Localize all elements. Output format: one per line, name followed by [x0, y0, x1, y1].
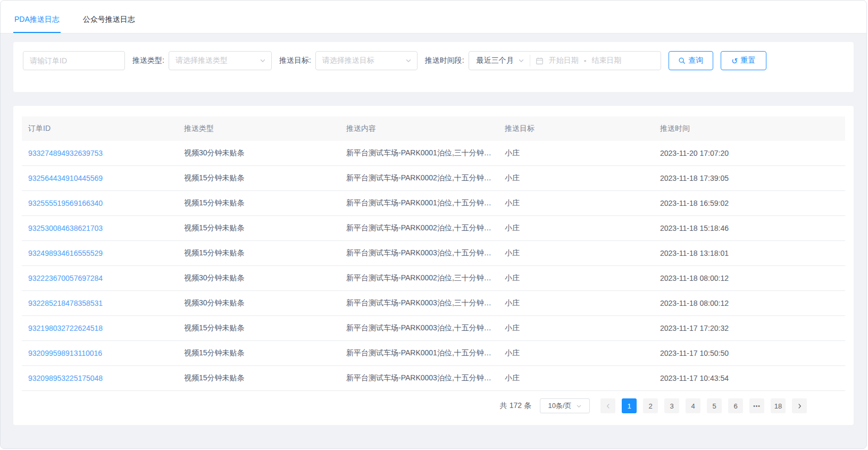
table-row: 932223670057697284视频30分钟未贴条新平台测试车场-PARK0… — [22, 266, 845, 291]
page-button-1[interactable]: 1 — [622, 398, 637, 413]
time-range-control: 最近三个月 开始日期 - 结束日期 — [469, 51, 661, 70]
order-id-link[interactable]: 932285218478358531 — [28, 299, 103, 307]
page-button-5[interactable]: 5 — [707, 398, 722, 413]
time-preset-select[interactable]: 最近三个月 — [477, 56, 524, 65]
tab-bar: PDA推送日志 公众号推送日志 — [1, 1, 866, 34]
order-id-link[interactable]: 932530084638621703 — [28, 224, 103, 232]
pager-pages: 123456•••18 — [622, 398, 786, 413]
push-type-cell: 视频30分钟未贴条 — [178, 291, 340, 316]
tab-wechat-push-log[interactable]: 公众号推送日志 — [82, 15, 136, 33]
col-push-time: 推送时间 — [654, 116, 845, 141]
order-id-cell: 932498934616555529 — [22, 241, 178, 266]
chevron-right-icon — [797, 403, 803, 409]
order-id-link[interactable]: 932555519569166340 — [28, 199, 103, 207]
push-type-cell: 视频15分钟未贴条 — [178, 216, 340, 241]
push-log-table-panel: 订单ID 推送类型 推送内容 推送目标 推送时间 933274894932639… — [13, 106, 854, 425]
push-time-cell: 2023-11-18 16:59:02 — [654, 191, 845, 216]
prev-page-button[interactable] — [600, 398, 615, 413]
table-row: 932285218478358531视频30分钟未贴条新平台测试车场-PARK0… — [22, 291, 845, 316]
chevron-down-icon — [260, 57, 266, 64]
order-id-cell: 933274894932639753 — [22, 141, 178, 166]
page-button-2[interactable]: 2 — [643, 398, 658, 413]
order-id-cell: 932098953225175048 — [22, 366, 178, 391]
push-type-cell: 视频15分钟未贴条 — [178, 166, 340, 191]
push-time-cell: 2023-11-18 08:00:12 — [654, 266, 845, 291]
table-body: 933274894932639753视频30分钟未贴条新平台测试车场-PARK0… — [22, 141, 845, 391]
table-row: 932099598913110016视频15分钟未贴条新平台测试车场-PARK0… — [22, 341, 845, 366]
push-target-cell: 小庄 — [498, 291, 654, 316]
push-time-cell: 2023-11-17 17:20:32 — [654, 316, 845, 341]
col-order-id: 订单ID — [22, 116, 178, 141]
push-time-cell: 2023-11-18 13:18:01 — [654, 241, 845, 266]
page-button-3[interactable]: 3 — [664, 398, 679, 413]
push-target-cell: 小庄 — [498, 366, 654, 391]
order-id-link[interactable]: 932198032722624518 — [28, 324, 103, 332]
push-content-cell: 新平台测试车场-PARK0003泊位,十五分钟未... — [340, 366, 498, 391]
page-button-18[interactable]: 18 — [771, 398, 786, 413]
push-content-cell: 新平台测试车场-PARK0002泊位,三十分钟未... — [340, 266, 498, 291]
push-content-cell: 新平台测试车场-PARK0002泊位,十五分钟未... — [340, 166, 498, 191]
tab-pda-push-log[interactable]: PDA推送日志 — [13, 15, 61, 33]
page-buttons: 123456•••18 — [600, 398, 807, 413]
push-target-placeholder: 请选择推送目标 — [322, 56, 374, 65]
push-target-cell: 小庄 — [498, 241, 654, 266]
page-size-select[interactable]: 10条/页 — [540, 398, 590, 413]
order-id-link[interactable]: 932564434910445569 — [28, 174, 103, 182]
push-target-label: 推送目标: — [279, 56, 311, 65]
pager-ellipsis-button[interactable]: ••• — [749, 398, 764, 413]
page-button-4[interactable]: 4 — [686, 398, 700, 413]
push-type-cell: 视频30分钟未贴条 — [178, 141, 340, 166]
order-id-input[interactable] — [23, 51, 125, 70]
table-row: 932198032722624518视频15分钟未贴条新平台测试车场-PARK0… — [22, 316, 845, 341]
search-icon — [678, 57, 686, 64]
order-id-link[interactable]: 932099598913110016 — [28, 349, 102, 357]
push-type-cell: 视频15分钟未贴条 — [178, 316, 340, 341]
push-content-cell: 新平台测试车场-PARK0002泊位,十五分钟未... — [340, 216, 498, 241]
push-type-cell: 视频15分钟未贴条 — [178, 241, 340, 266]
push-target-cell: 小庄 — [498, 316, 654, 341]
push-type-select[interactable]: 请选择推送类型 — [169, 51, 272, 70]
order-id-link[interactable]: 932098953225175048 — [28, 374, 103, 382]
next-page-button[interactable] — [792, 398, 807, 413]
push-target-cell: 小庄 — [498, 216, 654, 241]
push-target-cell: 小庄 — [498, 141, 654, 166]
push-type-cell: 视频15分钟未贴条 — [178, 341, 340, 366]
push-type-placeholder: 请选择推送类型 — [176, 56, 228, 65]
table-row: 932564434910445569视频15分钟未贴条新平台测试车场-PARK0… — [22, 166, 845, 191]
push-target-select[interactable]: 请选择推送目标 — [315, 51, 418, 70]
push-log-table: 订单ID 推送类型 推送内容 推送目标 推送时间 933274894932639… — [22, 116, 845, 391]
push-time-cell: 2023-11-18 08:00:12 — [654, 291, 845, 316]
reset-button-label: 重置 — [740, 56, 755, 65]
push-target-cell: 小庄 — [498, 266, 654, 291]
chevron-down-icon — [405, 57, 412, 64]
order-id-cell: 932099598913110016 — [22, 341, 178, 366]
chevron-left-icon — [605, 403, 611, 409]
start-date-input[interactable]: 开始日期 — [549, 56, 579, 65]
app-frame: PDA推送日志 公众号推送日志 推送类型: 请选择推送类型 推送目标: 请选择推… — [0, 0, 867, 449]
chevron-down-icon — [518, 57, 524, 64]
chevron-down-icon — [576, 403, 582, 409]
page-button-6[interactable]: 6 — [728, 398, 743, 413]
end-date-input[interactable]: 结束日期 — [591, 56, 621, 65]
order-id-link[interactable]: 933274894932639753 — [28, 149, 103, 157]
calendar-icon — [536, 57, 544, 65]
date-separator: - — [584, 56, 587, 65]
search-button[interactable]: 查询 — [669, 51, 713, 70]
col-push-type: 推送类型 — [178, 116, 340, 141]
order-id-link[interactable]: 932223670057697284 — [28, 274, 103, 282]
table-row: 932098953225175048视频15分钟未贴条新平台测试车场-PARK0… — [22, 366, 845, 391]
push-type-cell: 视频15分钟未贴条 — [178, 191, 340, 216]
push-content-cell: 新平台测试车场-PARK0001泊位,十五分钟未... — [340, 191, 498, 216]
push-target-cell: 小庄 — [498, 341, 654, 366]
push-target-cell: 小庄 — [498, 191, 654, 216]
order-id-link[interactable]: 932498934616555529 — [28, 249, 103, 257]
order-id-cell: 932198032722624518 — [22, 316, 178, 341]
push-target-cell: 小庄 — [498, 166, 654, 191]
page-content: 推送类型: 请选择推送类型 推送目标: 请选择推送目标 推送时间段: — [1, 34, 866, 425]
table-row: 932498934616555529视频15分钟未贴条新平台测试车场-PARK0… — [22, 241, 845, 266]
col-push-content: 推送内容 — [340, 116, 498, 141]
table-header-row: 订单ID 推送类型 推送内容 推送目标 推送时间 — [22, 116, 845, 141]
reset-button[interactable]: ↺ 重置 — [721, 51, 766, 70]
push-time-cell: 2023-11-20 17:07:20 — [654, 141, 845, 166]
tab-label: PDA推送日志 — [14, 15, 60, 23]
